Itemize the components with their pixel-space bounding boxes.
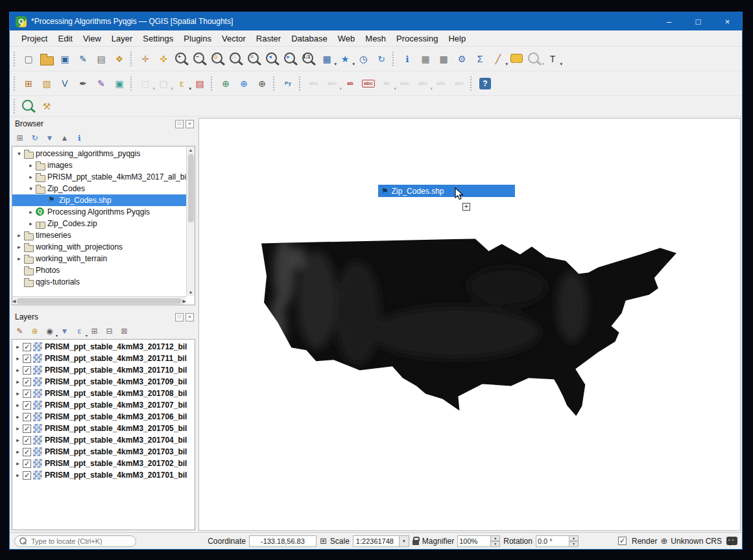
browser-tree-item[interactable]: qgis-tutorials [12,276,186,288]
new-annotation[interactable] [526,51,543,67]
data-source-manager[interactable]: ⊞ [20,75,37,92]
show-layout-manager[interactable]: ▤ [93,51,110,67]
toolbar-grip[interactable] [299,76,302,91]
layer-row[interactable]: PRISM_ppt_stable_4kmM3_201711_bil [12,353,195,364]
zoom-next[interactable]: ▸ [282,51,299,67]
refresh-map[interactable]: ↻ [373,51,390,67]
python-console[interactable]: Py [280,75,296,92]
layer-row[interactable]: PRISM_ppt_stable_4kmM3_201709_bil [12,376,195,388]
open-project[interactable] [38,51,55,67]
filter-by-expression[interactable]: ε [73,324,86,338]
pan-map[interactable]: ✛ [137,51,154,67]
extents-icon[interactable]: ⊞ [320,536,327,546]
zoom-native-resolution[interactable]: 1:1 [300,51,317,67]
browser-tree-item[interactable]: Photos [12,264,186,276]
manage-map-themes[interactable]: ◉ [43,324,56,338]
crs-status-label[interactable]: Unknown CRS [671,537,722,546]
expander-icon[interactable] [14,390,22,397]
close-panel-icon[interactable]: × [185,313,194,321]
label-options[interactable]: abc [433,75,449,92]
minimize-button[interactable]: – [654,12,684,30]
close-button[interactable]: × [713,12,742,30]
select-by-expression[interactable]: ε [173,75,190,92]
new-spatialite-layer[interactable]: ✒ [75,75,91,92]
plugin-tools[interactable]: ⚒ [38,98,55,115]
close-panel-icon[interactable]: × [185,120,194,128]
diagram-options[interactable]: abc [451,75,468,92]
spin-up-icon[interactable] [569,535,579,541]
open-layer-styling[interactable]: ✎ [13,324,27,338]
text-annotation[interactable]: T [544,51,561,67]
toolbar-grip[interactable] [14,52,17,66]
menu-item[interactable]: Raster [251,32,286,45]
browser-tree-item[interactable]: Zip_Codes.shp [12,194,186,206]
expander-icon[interactable] [14,460,22,467]
new-geopackage-layer[interactable]: ▧ [38,75,55,92]
properties-widget[interactable]: ℹ [73,131,86,145]
remove-layer[interactable]: ⊠ [117,324,131,338]
layer-visibility-checkbox[interactable] [23,343,31,351]
expander-icon[interactable] [14,379,22,385]
pan-to-selection[interactable]: ✜ [155,51,172,67]
crs-globe-icon[interactable]: ⊕ [660,536,667,546]
expander-icon[interactable]: ▾ [15,150,23,157]
new-shapefile-layer[interactable]: V [56,75,73,92]
browser-tree-item[interactable]: ▾ Zip_Codes [12,183,186,194]
expander-icon[interactable]: ▸ [15,244,23,250]
layer-labeling[interactable]: abc [305,75,322,92]
browser-tree-item[interactable]: ▸ Processing Algorithms Pyqgis [12,206,186,218]
layer-visibility-checkbox[interactable] [23,425,31,433]
scrollbar-thumb[interactable] [188,154,194,222]
change-label-properties[interactable]: abc [414,75,431,92]
layer-visibility-checkbox[interactable] [23,471,31,480]
layer-visibility-checkbox[interactable] [23,460,31,468]
toolbar-grip[interactable] [392,52,396,66]
select-features[interactable]: ▢ [137,75,154,92]
expander-icon[interactable] [14,344,22,350]
layer-visibility-checkbox[interactable] [23,401,31,410]
layer-row[interactable]: PRISM_ppt_stable_4kmM3_201703_bil [12,446,195,458]
rotation-spinbox[interactable] [536,535,579,547]
layer-visibility-checkbox[interactable] [23,448,31,456]
expander-icon[interactable] [14,472,22,478]
menu-item[interactable]: Edit [53,32,77,45]
layers-panel-header[interactable]: Layers □ × [11,311,196,323]
expander-icon[interactable] [14,425,22,432]
expander-icon[interactable] [14,355,22,362]
filter-browser[interactable]: ▼ [43,131,56,145]
title-bar[interactable]: Q *Processing Algorithms Pyqgis — QGIS [… [10,12,742,30]
browser-tree-item[interactable]: ▸ working_with_terrain [12,253,186,264]
statistical-summary[interactable]: Σ [472,51,488,67]
zoom-last[interactable]: ◂ [264,51,281,67]
new-map-view[interactable]: ▦ [318,51,335,67]
maximize-button[interactable]: □ [684,12,713,30]
new-temporary-scratch-layer[interactable]: ▣ [111,75,128,92]
scrollbar-thumb[interactable] [17,298,181,304]
temporal-controller[interactable]: ◷ [355,51,372,67]
menu-item[interactable]: Help [443,32,471,45]
layer-row[interactable]: PRISM_ppt_stable_4kmM3_201712_bil [12,341,195,353]
scroll-down-icon[interactable]: ▼ [189,289,193,296]
zoom-out[interactable]: − [191,51,208,67]
filter-legend[interactable]: ▼ [58,324,71,338]
expander-icon[interactable] [14,367,22,373]
map-canvas[interactable]: ⚑ Zip_Codes.shp + [198,118,741,531]
expander-icon[interactable]: ▸ [27,174,35,180]
expander-icon[interactable] [14,414,22,420]
browser-tree-item[interactable]: ▸ Zip_Codes.zip [12,218,186,229]
scroll-left-icon[interactable]: ◀ [12,298,16,305]
locate-bar[interactable] [14,535,136,547]
layer-row[interactable]: PRISM_ppt_stable_4kmM3_201707_bil [12,399,195,411]
metasearch[interactable]: ⊕ [217,75,234,92]
quickmap-search[interactable] [20,98,37,115]
layer-visibility-checkbox[interactable] [23,355,31,363]
spin-up-icon[interactable] [491,535,500,541]
layer-visibility-checkbox[interactable] [23,390,31,398]
expander-icon[interactable]: ▸ [27,162,35,169]
menu-item[interactable]: Mesh [360,32,391,45]
expander-icon[interactable] [14,449,22,455]
coordinate-input[interactable] [249,535,317,547]
add-group[interactable]: ⊕ [28,324,42,338]
zoom-to-layer[interactable]: ≡ [246,51,263,67]
zoom-in[interactable]: + [173,51,190,67]
